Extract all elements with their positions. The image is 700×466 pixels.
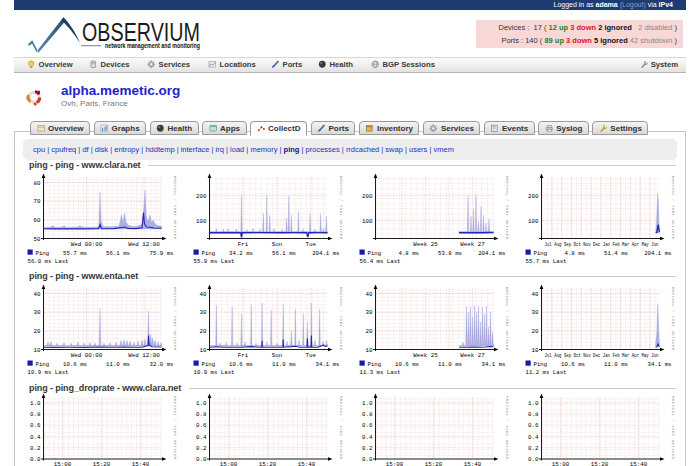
svg-text:20: 20 (366, 328, 373, 335)
svg-text:30: 30 (200, 309, 207, 316)
svg-text:1.0: 1.0 (30, 400, 41, 407)
svg-text:15:20: 15:20 (591, 461, 609, 466)
svg-text:15:20: 15:20 (93, 461, 111, 466)
svg-text:75.9 ms: 75.9 ms (150, 250, 174, 257)
svg-text:Sun: Sun (272, 241, 282, 248)
svg-text:10: 10 (200, 347, 207, 354)
svg-text:50: 50 (34, 236, 41, 243)
svg-text:10.6 ms: 10.6 ms (561, 361, 585, 368)
svg-text:80: 80 (34, 180, 41, 187)
svg-text:Wed 12:00: Wed 12:00 (128, 352, 160, 359)
svg-text:15:00: 15:00 (220, 461, 238, 466)
svg-text:0.0: 0.0 (30, 456, 41, 463)
svg-text:100: 100 (196, 218, 207, 225)
svg-text:15:00: 15:00 (552, 461, 570, 466)
svg-text:10.9 ms Last: 10.9 ms Last (28, 369, 69, 376)
svg-text:0.2: 0.2 (528, 445, 539, 452)
svg-text:15:00: 15:00 (54, 461, 72, 466)
svg-text:10: 10 (366, 347, 373, 354)
svg-text:34.1 ms: 34.1 ms (316, 361, 340, 368)
svg-text:Fri: Fri (238, 241, 249, 248)
svg-text:55.7 ms Last: 55.7 ms Last (526, 258, 567, 265)
svg-text:Ping: Ping (202, 361, 216, 368)
svg-text:70: 70 (34, 198, 41, 205)
svg-text:RRDTOOL / TOBI OETIKER: RRDTOOL / TOBI OETIKER (339, 287, 343, 351)
svg-text:0.2: 0.2 (30, 445, 41, 452)
svg-text:11.2 ms Last: 11.2 ms Last (526, 369, 567, 376)
svg-text:1.0: 1.0 (196, 400, 207, 407)
svg-text:network management and monitor: network management and monitoring (105, 42, 200, 50)
svg-text:Ping: Ping (368, 250, 382, 257)
svg-text:0.0: 0.0 (528, 456, 539, 463)
svg-text:30: 30 (34, 309, 41, 316)
svg-text:32.0 ms: 32.0 ms (150, 361, 174, 368)
svg-text:15:20: 15:20 (425, 461, 443, 466)
svg-text:204.1 ms: 204.1 ms (312, 250, 339, 257)
svg-text:204.1 ms: 204.1 ms (478, 250, 505, 257)
svg-text:53.8 ms: 53.8 ms (438, 250, 462, 257)
svg-text:Week 25: Week 25 (413, 352, 438, 359)
svg-text:51.4 ms: 51.4 ms (604, 250, 628, 257)
svg-text:0.8: 0.8 (528, 411, 539, 418)
svg-text:Ping: Ping (534, 250, 548, 257)
svg-text:Fri: Fri (238, 352, 249, 359)
svg-text:0.6: 0.6 (362, 422, 373, 429)
svg-text:Week 27: Week 27 (460, 352, 485, 359)
svg-text:0.6: 0.6 (196, 422, 207, 429)
svg-text:1.0: 1.0 (528, 400, 539, 407)
svg-text:Ping: Ping (36, 250, 50, 257)
svg-text:0.4: 0.4 (196, 434, 207, 441)
svg-text:200: 200 (196, 193, 207, 200)
svg-text:0.4: 0.4 (528, 434, 539, 441)
svg-text:0.8: 0.8 (196, 411, 207, 418)
svg-text:RRDTOOL / TOBI OETIKER: RRDTOOL / TOBI OETIKER (671, 396, 675, 460)
svg-text:0.2: 0.2 (362, 445, 373, 452)
svg-text:15:40: 15:40 (298, 461, 316, 466)
svg-text:0.6: 0.6 (528, 422, 539, 429)
svg-text:0.0: 0.0 (196, 456, 207, 463)
svg-text:56.4 ms Last: 56.4 ms Last (360, 258, 401, 265)
svg-text:RRDTOOL / TOBI OETIKER: RRDTOOL / TOBI OETIKER (339, 176, 343, 240)
svg-text:10.6 ms: 10.6 ms (395, 361, 419, 368)
svg-text:40: 40 (34, 291, 41, 298)
svg-text:RRDTOOL / TOBI OETIKER: RRDTOOL / TOBI OETIKER (339, 396, 343, 460)
svg-text:15:20: 15:20 (259, 461, 277, 466)
svg-text:200: 200 (528, 193, 539, 200)
svg-text:0.8: 0.8 (362, 411, 373, 418)
svg-text:Week 27: Week 27 (460, 241, 485, 248)
svg-text:Ping: Ping (202, 250, 216, 257)
svg-text:0.2: 0.2 (196, 445, 207, 452)
svg-text:RRDTOOL / TOBI OETIKER: RRDTOOL / TOBI OETIKER (173, 176, 177, 240)
svg-text:56.1 ms: 56.1 ms (106, 250, 130, 257)
svg-text:15:40: 15:40 (630, 461, 648, 466)
svg-text:Week 25: Week 25 (413, 241, 438, 248)
svg-text:Tue: Tue (306, 352, 317, 359)
svg-text:4.8 ms: 4.8 ms (399, 250, 419, 257)
svg-text:40: 40 (366, 291, 373, 298)
svg-text:10: 10 (532, 347, 539, 354)
svg-text:10: 10 (34, 347, 41, 354)
svg-text:0.6: 0.6 (30, 422, 41, 429)
svg-text:Wed 00:00: Wed 00:00 (71, 352, 103, 359)
svg-text:RRDTOOL / TOBI OETIKER: RRDTOOL / TOBI OETIKER (505, 176, 509, 240)
svg-text:1.0: 1.0 (362, 400, 373, 407)
svg-text:Wed 12:00: Wed 12:00 (128, 241, 160, 248)
svg-text:0.4: 0.4 (30, 434, 41, 441)
svg-text:RRDTOOL / TOBI OETIKER: RRDTOOL / TOBI OETIKER (173, 287, 177, 351)
svg-text:RRDTOOL / TOBI OETIKER: RRDTOOL / TOBI OETIKER (505, 396, 509, 460)
svg-text:100: 100 (528, 218, 539, 225)
svg-text:30: 30 (532, 309, 539, 316)
svg-text:55.7 ms: 55.7 ms (63, 250, 87, 257)
svg-text:204.1 ms: 204.1 ms (644, 250, 671, 257)
svg-text:Jul Aug Sep Oct Nov Dec Jan Fe: Jul Aug Sep Oct Nov Dec Jan Feb Mar Apr … (545, 353, 659, 358)
svg-text:11.0 ms: 11.0 ms (106, 361, 130, 368)
svg-text:Tue: Tue (306, 241, 317, 248)
svg-text:4.8 ms: 4.8 ms (565, 250, 585, 257)
svg-text:Sun: Sun (272, 352, 282, 359)
svg-text:Ping: Ping (368, 361, 382, 368)
svg-text:15:40: 15:40 (132, 461, 150, 466)
svg-text:20: 20 (34, 328, 41, 335)
svg-text:56.0 ms Last: 56.0 ms Last (28, 258, 69, 265)
svg-text:Ping: Ping (36, 361, 50, 368)
svg-text:RRDTOOL / TOBI OETIKER: RRDTOOL / TOBI OETIKER (505, 287, 509, 351)
